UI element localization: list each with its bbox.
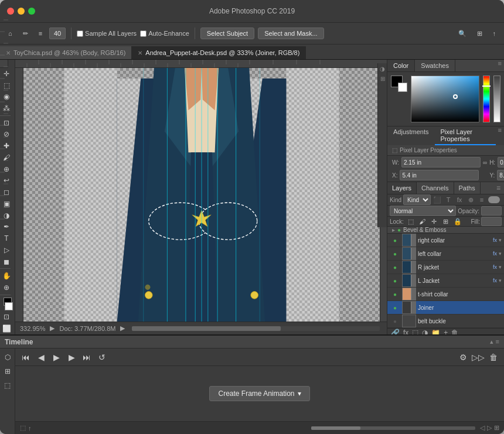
swatches-tab[interactable]: Swatches [415,60,455,71]
tab-close-2[interactable]: ✕ [138,50,142,56]
tab-andrea[interactable]: ✕ Andrea_Puppet-at-Desk.psd @ 333% (Join… [132,46,306,59]
link-icon[interactable]: ∞ [483,159,487,166]
maximize-button[interactable] [28,8,35,15]
play-stop-btn[interactable]: ▶ [50,351,62,363]
layer-item-r-jacket[interactable]: ● R jacket fx ▾ [387,261,504,274]
opacity-slider-color[interactable] [493,76,500,122]
quick-mask-toggle[interactable]: ⊡ [0,312,13,323]
y-input[interactable] [497,170,504,180]
timeline-tool-1[interactable]: ⬡ [1,351,14,364]
brush-size-input[interactable] [49,28,66,39]
layer-item-belt-buckle[interactable]: ● belt buckle [387,315,504,328]
visibility-left-collar[interactable]: ● [390,248,400,259]
tl-btn-3[interactable]: ◁ [480,424,485,432]
search-btn[interactable]: 🔍 [455,29,470,39]
visibility-l-jacket[interactable]: ● [390,275,400,286]
group-layer-btn[interactable]: 📁 [431,329,440,334]
delete-layer-btn[interactable]: 🗑 [451,329,458,334]
lock-position-btn[interactable]: ✛ [430,218,439,225]
layer-mask-btn[interactable]: ⬚ [412,329,418,334]
layer-styles-btn[interactable]: fx [403,329,408,334]
arrange-btn[interactable]: ⊞ [474,29,486,39]
layer-item-left-collar[interactable]: ● left collar fx ▾ [387,247,504,261]
share-btn[interactable]: ↑ [489,29,500,38]
x-input[interactable] [400,170,479,180]
timeline-collapse-btn[interactable]: ▴ [490,338,493,346]
filter-toggle[interactable] [488,196,500,203]
hue-thumb[interactable] [482,86,491,87]
photoshop-canvas[interactable] [23,68,380,322]
color-field[interactable] [411,76,479,122]
go-end-btn[interactable]: ⏭ [81,351,93,363]
lock-all-btn[interactable]: 🔒 [453,218,462,225]
screen-mode-toggle[interactable]: ⬜ [0,323,13,334]
fx-arrow-left-collar[interactable]: ▾ [499,251,502,257]
lock-artboard-btn[interactable]: ⊞ [441,218,451,225]
properties-menu[interactable]: ≡ [496,127,504,145]
minimize-button[interactable] [18,8,25,15]
layer-item-right-collar[interactable]: ● right collar fx ▾ [387,234,504,247]
fx-l-jacket[interactable]: fx [493,278,497,283]
timeline-tool-3[interactable]: ⬚ [1,379,14,392]
fx-arrow-l-jacket[interactable]: ▾ [499,278,502,283]
opacity-input[interactable]: 100% [481,206,502,216]
filter-icon-4[interactable]: ⊕ [466,196,475,204]
layers-menu-btn[interactable]: ≡ [493,184,504,192]
filter-icon-1[interactable]: ⬛ [433,196,442,204]
pixel-layer-tab[interactable]: Pixel Layer Properties [435,127,496,145]
fg-bg-swatches[interactable] [391,76,407,92]
tl-btn-5[interactable]: ⊞ [494,424,499,432]
layer-item-tshirt-collar[interactable]: ● t-shirt collar [387,288,504,301]
background-color[interactable] [5,302,13,310]
filter-icon-2[interactable]: T [444,196,453,203]
paths-tab[interactable]: Paths [454,182,481,194]
link-layers-btn[interactable]: 🔗 [391,329,400,334]
visibility-right-collar[interactable]: ● [390,235,400,245]
layer-item-joiner[interactable]: ● Joiner [387,301,504,315]
select-mask-btn[interactable]: Select and Mask... [258,28,324,39]
filter-icon-5[interactable]: ≡ [477,196,486,203]
color-panel-menu[interactable]: ≡ [496,60,504,71]
panel-icon-2[interactable]: ⊞ [379,74,387,83]
adjustment-layer-btn[interactable]: ◑ [422,329,428,334]
step-back-btn[interactable]: ◀ [35,351,47,363]
tl-scroll-thumb[interactable] [311,426,360,430]
fill-input[interactable]: 100% [481,217,502,226]
options-btn[interactable]: ≡ [35,29,46,38]
panel-icon-1[interactable]: ◑ [379,64,387,73]
background-swatch[interactable] [398,83,407,92]
timeline-tool-2[interactable]: ⊞ [1,365,14,378]
fx-arrow-right-collar[interactable]: ▾ [499,237,502,243]
create-frame-animation-btn[interactable]: Create Frame Animation ▾ [209,386,309,401]
tl-btn-1[interactable]: ⬚ [20,424,26,432]
blend-mode-select[interactable]: Normal [390,206,456,216]
fx-right-collar[interactable]: fx [493,237,497,243]
timeline-menu-btn[interactable]: ≡ [496,338,499,346]
fx-arrow-r-jacket[interactable]: ▾ [499,264,502,270]
hue-slider[interactable] [483,76,490,122]
channels-tab[interactable]: Channels [417,182,454,194]
visibility-joiner[interactable]: ● [390,302,400,313]
layers-tab[interactable]: Layers [387,182,417,194]
visibility-belt-buckle[interactable]: ● [390,316,400,326]
lock-image-btn[interactable]: 🖌 [418,218,427,225]
settings-btn[interactable]: ⚙ [457,351,469,363]
sample-all-layers-checkbox[interactable] [77,30,83,37]
h-scroll-thumb[interactable] [132,326,281,331]
timeline-trash-btn[interactable]: 🗑 [488,351,499,363]
tab-toychica[interactable]: ✕ ToyChica.psd @ 463% (Body, RGB/16) [0,46,132,59]
width-input[interactable] [401,157,481,168]
select-subject-btn[interactable]: Select Subject [200,28,254,39]
brush-btn[interactable]: ✏ [19,29,32,39]
color-tab[interactable]: Color [387,60,415,71]
color-picker-handle[interactable] [453,94,458,99]
visibility-r-jacket[interactable]: ● [390,262,400,272]
visibility-tshirt-collar[interactable]: ● [390,289,400,299]
close-button[interactable] [7,8,14,15]
lock-transparent-btn[interactable]: ⬚ [406,218,416,225]
fx-r-jacket[interactable]: fx [493,264,497,270]
new-layer-btn[interactable]: + [444,329,448,334]
height-input[interactable] [498,157,504,168]
tl-btn-4[interactable]: ▷ [487,424,492,432]
loop-btn[interactable]: ↺ [96,351,108,363]
